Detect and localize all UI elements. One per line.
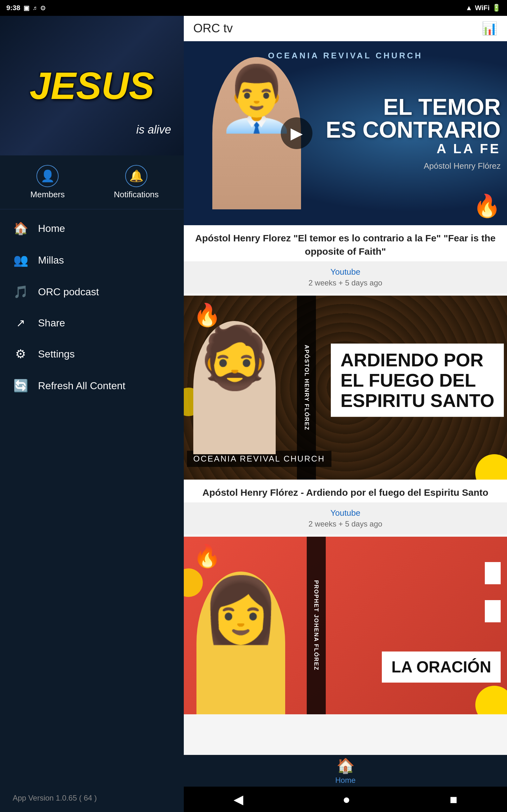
sidebar-item-share[interactable]: ↗ Share — [0, 308, 184, 338]
sidebar-item-home[interactable]: 🏠 Home — [0, 212, 184, 244]
flame-logo-3: 🔥 — [193, 543, 221, 569]
thumb-title-1-line3: A LA FE — [326, 141, 501, 156]
thumb-title-1-line2: ES CONTRARIO — [326, 118, 501, 141]
bottom-nav-home[interactable]: 🏠 Home — [335, 757, 355, 785]
podcast-icon: 🎵 — [13, 285, 29, 299]
play-button-1[interactable]: ▶ — [281, 117, 313, 149]
wifi-icon: WiFi — [475, 4, 490, 12]
refresh-label: Refresh All Content — [38, 380, 125, 392]
main-header: ORC tv 📊 — [184, 16, 507, 41]
sidebar-icons-row: 👤 Members 🔔 Notifications — [0, 155, 184, 209]
white-block-1 — [485, 562, 501, 584]
thumb-title-1-line1: EL TEMOR — [326, 96, 501, 118]
millas-icon: 👥 — [13, 253, 29, 267]
card-title-1: Apóstol Henry Florez "El temor es lo con… — [184, 225, 507, 261]
back-button[interactable]: ◀ — [233, 792, 243, 807]
thumb-title-area-1: EL TEMOR ES CONTRARIO A LA FE Apóstol He… — [326, 96, 501, 171]
settings-icon: ⚙ — [13, 347, 29, 361]
sidebar-item-podcast[interactable]: 🎵 ORC podcast — [0, 276, 184, 308]
members-icon: 👤 — [37, 165, 59, 187]
millas-label: Millas — [38, 254, 64, 266]
media-icon: ♬ — [33, 5, 37, 11]
members-button[interactable]: 👤 Members — [6, 165, 89, 200]
card-source-2: Youtube — [192, 508, 499, 518]
flame-logo-2: 🔥 — [193, 302, 221, 328]
main-title: ORC tv — [193, 21, 233, 35]
person-card-2: 🧔 — [193, 321, 276, 454]
settings-label: Settings — [38, 348, 75, 360]
card-time-1: 2 weeks + 5 days ago — [192, 278, 499, 287]
thumbnail-1[interactable]: OCEANIA REVIVAL CHURCH 👨‍💼 ▶ EL TEMOR ES… — [184, 41, 507, 225]
gps-icon: ⊙ — [40, 4, 46, 12]
home-label: Home — [38, 223, 65, 235]
share-icon: ↗ — [13, 316, 29, 329]
thumbnail-2[interactable]: 🔥 🧔 APÓSTOL HENRY FLÓREZ ARDIENDO POR — [184, 296, 507, 479]
notifications-icon: 🔔 — [125, 165, 147, 187]
podcast-label: ORC podcast — [38, 286, 99, 298]
sidebar-footer: App Version 1.0.65 ( 64 ) — [0, 787, 184, 812]
flame-logo-1: 🔥 — [473, 193, 501, 219]
time-display: 9:38 — [6, 4, 20, 12]
white-block-2 — [485, 600, 501, 622]
status-left: 9:38 ▣ ♬ ⊙ — [6, 4, 46, 12]
signal-icon: ▲ — [465, 4, 472, 12]
person-card-3: 👩 — [196, 571, 285, 714]
thumb-speaker-1: Apóstol Henry Flórez — [326, 161, 501, 171]
bottom-nav: 🏠 Home — [184, 755, 507, 786]
bottom-home-icon: 🏠 — [337, 757, 354, 774]
share-label: Share — [38, 317, 65, 329]
logo-text: JESUS — [30, 67, 154, 105]
video-card-3: 🔥 👩 PROPHET JOHENA FLÓREZ — [184, 537, 507, 714]
app-version: App Version 1.0.65 ( 64 ) — [13, 794, 97, 802]
logo-sub: is alive — [136, 123, 171, 136]
bottom-home-label: Home — [335, 776, 355, 785]
thumb-title-3: LA ORACIÓN — [391, 658, 491, 676]
person-area-2: 🧔 — [193, 321, 276, 454]
vertical-text-2: APÓSTOL HENRY FLÓREZ — [303, 345, 310, 430]
thumbnail-3[interactable]: 🔥 👩 PROPHET JOHENA FLÓREZ — [184, 537, 507, 714]
card-meta-1: Youtube 2 weeks + 5 days ago — [184, 261, 507, 293]
person-silhouette-3: 👩 — [201, 578, 280, 641]
thumb-title-2-line3: ESPIRITU SANTO — [340, 391, 494, 411]
card-source-1: Youtube — [192, 267, 499, 277]
nav-bar: ◀ ● ■ — [184, 786, 507, 812]
chart-icon[interactable]: 📊 — [482, 21, 498, 36]
recent-button[interactable]: ■ — [450, 792, 457, 807]
notifications-label: Notifications — [114, 190, 159, 200]
video-card-2: 🔥 🧔 APÓSTOL HENRY FLÓREZ ARDIENDO POR — [184, 296, 507, 534]
sidebar: JESUS is alive 👤 Members 🔔 Notifications… — [0, 16, 184, 812]
members-label: Members — [31, 190, 65, 200]
refresh-icon: 🔄 — [13, 379, 29, 393]
card-title-2: Apóstol Henry Flórez - Ardiendo por el f… — [184, 479, 507, 502]
status-bar: 9:38 ▣ ♬ ⊙ ▲ WiFi 🔋 — [0, 0, 507, 16]
card-time-2: 2 weeks + 5 days ago — [192, 519, 499, 528]
app-body: JESUS is alive 👤 Members 🔔 Notifications… — [0, 16, 507, 812]
main-content: ORC tv 📊 OCEANIA REVIVAL CHURCH 👨‍💼 — [184, 16, 507, 812]
vertical-text-3: PROPHET JOHENA FLÓREZ — [313, 580, 320, 670]
sidebar-logo: JESUS is alive — [0, 16, 184, 155]
content-scroll[interactable]: OCEANIA REVIVAL CHURCH 👨‍💼 ▶ EL TEMOR ES… — [184, 41, 507, 755]
thumb-title-area-2: ARDIENDO POR EL FUEGO DEL ESPIRITU SANTO — [331, 344, 504, 417]
sidebar-item-settings[interactable]: ⚙ Settings — [0, 338, 184, 370]
sidebar-item-millas[interactable]: 👥 Millas — [0, 244, 184, 276]
person-silhouette-1: 👨‍💼 — [217, 67, 296, 130]
battery-icon: 🔋 — [492, 4, 501, 12]
notifications-button[interactable]: 🔔 Notifications — [95, 165, 177, 200]
home-icon: 🏠 — [13, 221, 29, 235]
thumb-title-area-3: LA ORACIÓN — [382, 652, 501, 682]
vertical-strip-3: PROPHET JOHENA FLÓREZ — [307, 537, 326, 714]
sim-icon: ▣ — [23, 4, 30, 12]
thumb-title-2-line2: EL FUEGO DEL — [340, 370, 494, 391]
person-area-3: 👩 — [196, 571, 285, 714]
card-meta-2: Youtube 2 weeks + 5 days ago — [184, 502, 507, 534]
status-right: ▲ WiFi 🔋 — [465, 4, 501, 12]
sidebar-menu: 🏠 Home 👥 Millas 🎵 ORC podcast ↗ Share ⚙ … — [0, 209, 184, 787]
video-card-1: OCEANIA REVIVAL CHURCH 👨‍💼 ▶ EL TEMOR ES… — [184, 41, 507, 293]
sidebar-item-refresh[interactable]: 🔄 Refresh All Content — [0, 370, 184, 402]
thumb-title-2-line1: ARDIENDO POR — [340, 350, 494, 370]
home-button[interactable]: ● — [343, 792, 350, 807]
person-silhouette-2: 🧔 — [197, 327, 272, 388]
